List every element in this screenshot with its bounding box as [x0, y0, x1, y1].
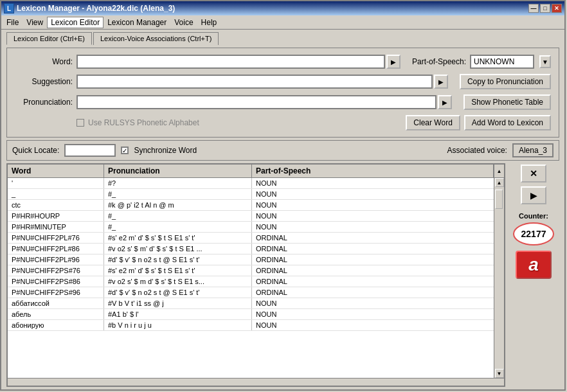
cell-pronunciation: #_ — [104, 189, 252, 199]
cell-word: абель — [8, 309, 104, 319]
menu-lexicon-manager[interactable]: Lexicon Manager — [104, 17, 170, 28]
table-row[interactable]: P#HR#MINUTEP#_NOUN — [8, 222, 494, 233]
pos-select[interactable]: UNKNOWN — [470, 55, 534, 69]
cell-word: P#NU#CHIFF2PS#86 — [8, 276, 104, 287]
cell-word: P#NU#CHIFF2PS#96 — [8, 287, 104, 298]
cell-pronunciation: #v o2 s' $ m d' $ s' $ t S E1 s... — [104, 276, 252, 287]
table-row[interactable]: P#NU#CHIFF2PL#86#v o2 s' $ m' d' $ s' $ … — [8, 244, 494, 254]
tab-lexicon-voice[interactable]: Lexicon-Voice Associations (Ctrl+T) — [93, 32, 219, 45]
suggestion-input[interactable] — [76, 75, 433, 89]
pos-group: Part-of-Speech: UNKNOWN ▼ — [412, 55, 551, 69]
word-input-group: ▶ — [76, 55, 401, 69]
pos-dropdown-arrow[interactable]: ▼ — [539, 55, 551, 68]
cell-pos: ORDINAL — [252, 244, 494, 254]
menu-bar: File View Lexicon Editor Lexicon Manager… — [1, 15, 564, 30]
menu-file[interactable]: File — [3, 17, 22, 28]
cell-pos: NOUN — [252, 222, 494, 232]
cell-pronunciation: #d' $ v' $ n o2 s t @ S E1 s' t' — [104, 254, 252, 265]
cell-pos: NOUN — [252, 200, 494, 210]
table-row[interactable]: абель#A1 b' $ l'NOUN — [8, 309, 494, 320]
cell-pos: NOUN — [252, 309, 494, 319]
brand-button[interactable]: a — [516, 251, 552, 279]
tab-bar: Lexicon Editor (Ctrl+E) Lexicon-Voice As… — [1, 30, 564, 45]
table-area: Word Pronunciation Part-of-Speech ▲ '#?N… — [6, 163, 559, 387]
scroll-thumb[interactable] — [495, 190, 503, 209]
clear-word-button[interactable]: Clear Word — [406, 115, 460, 130]
scroll-down-button[interactable]: ▼ — [495, 369, 504, 378]
cell-pronunciation: #A1 b' $ l' — [104, 309, 252, 319]
cell-pos: NOUN — [252, 211, 494, 221]
table-row[interactable]: абонирую#b V n i r u j uNOUN — [8, 320, 494, 331]
table-row[interactable]: P#NU#CHIFF2PS#86#v o2 s' $ m d' $ s' $ t… — [8, 276, 494, 287]
sync-checkbox[interactable]: ✓ — [121, 147, 129, 154]
scroll-track — [494, 187, 504, 369]
pronunciation-row: Pronunciation: ▶ Show Phonetic Table — [15, 94, 551, 110]
table-row[interactable]: аббатиссой#V b V t' i1 ss @ jNOUN — [8, 298, 494, 309]
play-button[interactable]: ▶ — [521, 186, 546, 204]
word-input[interactable] — [76, 55, 385, 69]
word-arrow-button[interactable]: ▶ — [386, 55, 401, 69]
quick-locate-input[interactable] — [64, 144, 116, 157]
header-word: Word — [8, 165, 104, 177]
pronunciation-input-group: ▶ — [76, 95, 452, 109]
header-pronunciation: Pronunciation — [104, 165, 252, 177]
cell-pronunciation: #s' e2 m' d' $ s' $ t S E1 s' t' — [104, 265, 252, 276]
cell-pos: NOUN — [252, 178, 494, 188]
checkbox-actions-row: Use RULSYS Phonetic Alphabet Clear Word … — [15, 115, 551, 130]
cell-word: P#HR#MINUTEP — [8, 222, 104, 232]
pronunciation-input[interactable] — [76, 95, 437, 109]
close-button[interactable]: ✕ — [552, 4, 562, 13]
phonetic-checkbox[interactable] — [76, 119, 84, 127]
tab-lexicon-editor[interactable]: Lexicon Editor (Ctrl+E) — [6, 32, 92, 45]
cell-word: ' — [8, 178, 104, 188]
table-scrollbar[interactable]: ▲ ▼ — [494, 178, 504, 378]
cell-pronunciation: #b V n i r u j u — [104, 320, 252, 330]
counter-label: Counter: — [519, 212, 548, 220]
copy-to-pronunciation-button[interactable]: Copy to Pronunciation — [460, 74, 551, 89]
cell-pos: ORDINAL — [252, 287, 494, 298]
scroll-up-button[interactable]: ▲ — [495, 178, 504, 187]
right-panel: ✕ ▶ Counter: 22177 a — [508, 163, 559, 387]
cell-pos: NOUN — [252, 298, 494, 308]
cell-word: P#HR#HOURP — [8, 211, 104, 221]
add-word-lexicon-button[interactable]: Add Word to Lexicon — [464, 115, 551, 130]
table-row[interactable]: P#HR#HOURP#_NOUN — [8, 211, 494, 222]
menu-help[interactable]: Help — [197, 17, 221, 28]
menu-voice[interactable]: Voice — [170, 17, 197, 28]
table-row[interactable]: '#?NOUN — [8, 178, 494, 189]
cell-pos: ORDINAL — [252, 254, 494, 265]
phonetic-checkbox-group: Use RULSYS Phonetic Alphabet — [76, 118, 199, 127]
voice-value: Alena_3 — [512, 143, 554, 157]
suggestion-label: Suggestion: — [15, 77, 73, 86]
suggestion-arrow-button[interactable]: ▶ — [434, 75, 448, 89]
window-controls: — □ ✕ — [528, 4, 562, 13]
maximize-button[interactable]: □ — [540, 4, 550, 13]
cell-pronunciation: #V b V t' i1 ss @ j — [104, 298, 252, 308]
table-row[interactable]: _#_NOUN — [8, 189, 494, 200]
pos-value: UNKNOWN — [474, 57, 514, 66]
table-row[interactable]: ctc#k @ p' i2 t Al n @ mNOUN — [8, 200, 494, 211]
cell-pronunciation: #k @ p' i2 t Al n @ m — [104, 200, 252, 210]
pronunciation-arrow-button[interactable]: ▶ — [438, 95, 452, 109]
cell-pronunciation: #? — [104, 178, 252, 188]
minimize-button[interactable]: — — [528, 4, 539, 13]
cell-pronunciation: #d' $ v' $ n o2 s t @ S E1 s' t' — [104, 287, 252, 298]
cell-pos: ORDINAL — [252, 265, 494, 276]
cell-word: ctc — [8, 200, 104, 210]
cell-word: P#NU#CHIFF2PS#76 — [8, 265, 104, 276]
table-row[interactable]: P#NU#CHIFF2PL#76#s' e2 m' d' $ s' $ t S … — [8, 233, 494, 244]
table-row[interactable]: P#NU#CHIFF2PS#76#s' e2 m' d' $ s' $ t S … — [8, 265, 494, 276]
table-row[interactable]: P#NU#CHIFF2PS#96#d' $ v' $ n o2 s t @ S … — [8, 287, 494, 298]
locate-bar: Quick Locate: ✓ Synchronize Word Associa… — [6, 140, 559, 161]
word-label: Word: — [15, 57, 73, 66]
show-phonetic-table-button[interactable]: Show Phonetic Table — [464, 94, 551, 110]
menu-lexicon-editor[interactable]: Lexicon Editor — [47, 17, 104, 28]
quick-locate-label: Quick Locate: — [12, 146, 59, 155]
menu-view[interactable]: View — [22, 17, 47, 28]
suggestion-row: Suggestion: ▶ Copy to Pronunciation — [15, 74, 551, 89]
table-row[interactable]: P#NU#CHIFF2PL#96#d' $ v' $ n o2 s t @ S … — [8, 254, 494, 265]
form-panel: Word: ▶ Part-of-Speech: UNKNOWN ▼ Sugges… — [6, 48, 559, 138]
delete-button[interactable]: ✕ — [521, 165, 546, 183]
cell-word: P#NU#CHIFF2PL#76 — [8, 233, 104, 243]
cell-pronunciation: #s' e2 m' d' $ s' $ t S E1 s' t' — [104, 233, 252, 243]
